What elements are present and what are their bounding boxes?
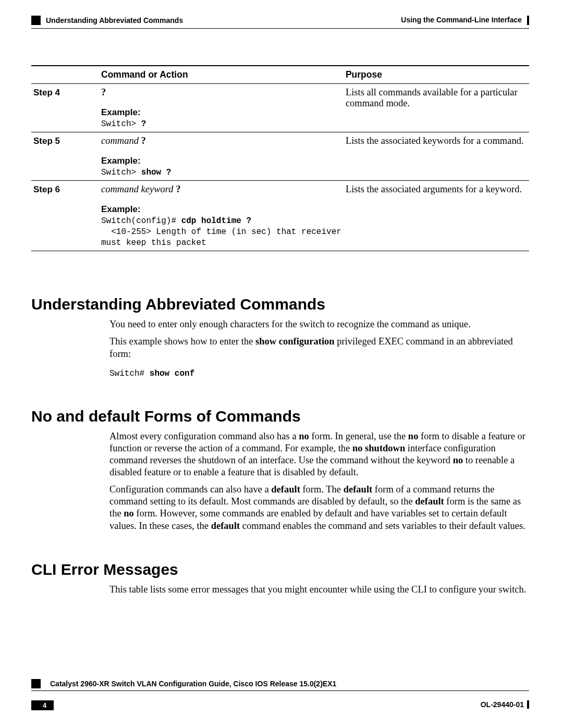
code-bold: ?	[141, 119, 146, 129]
section-heading-cli-errors: CLI Error Messages	[31, 561, 529, 578]
header-breadcrumb: Using the Command-Line Interface	[401, 16, 522, 24]
text-run: form. In general, use the	[309, 431, 408, 441]
paragraph: This table lists some error messages tha…	[109, 584, 529, 596]
text-run: form. The	[300, 484, 344, 495]
divider-bar-icon	[527, 700, 529, 709]
command-bold: ?	[174, 184, 181, 194]
example-code: Switch> show ?	[101, 168, 171, 177]
command-text: ?	[101, 87, 106, 97]
code-prefix: Switch(config)#	[101, 216, 181, 226]
th-purpose: Purpose	[344, 66, 529, 84]
example-label: Example:	[101, 156, 341, 166]
footer-upper: Catalyst 2960-XR Switch VLAN Configurati…	[31, 679, 529, 688]
paragraph: You need to enter only enough characters…	[109, 318, 529, 330]
footer-guide-title: Catalyst 2960-XR Switch VLAN Configurati…	[50, 680, 336, 688]
paragraph: This example shows how to enter the show…	[109, 336, 529, 360]
code-bold: show conf	[150, 369, 194, 378]
text-bold: default	[415, 496, 444, 507]
code-block: Switch# show conf	[109, 368, 529, 379]
footer-divider	[31, 690, 529, 691]
table-row: Step 4 ? Example: Switch> ? Lists all co…	[31, 84, 529, 132]
block-icon	[31, 16, 41, 25]
table-row: Step 6 command keyword ? Example: Switch…	[31, 181, 529, 251]
th-command: Command or Action	[99, 66, 344, 84]
purpose-text: Lists the associated arguments for a key…	[344, 181, 529, 251]
th-step	[31, 66, 99, 84]
text-run: Almost every configuration command also …	[109, 431, 299, 441]
code-suffix: <10-255> Length of time (in sec) that re…	[101, 227, 341, 248]
step-label: Step 4	[33, 88, 60, 97]
step-label: Step 5	[33, 136, 60, 146]
text-bold: no	[124, 508, 134, 519]
example-code: Switch(config)# cdp holdtime ? <10-255> …	[101, 216, 341, 248]
command-text: command keyword ?	[101, 184, 180, 194]
paragraph: Almost every configuration command also …	[109, 430, 529, 479]
purpose-text: Lists the associated keywords for a comm…	[344, 132, 529, 181]
page-number: 4	[31, 700, 54, 710]
text-run: command enables the command and sets var…	[240, 521, 525, 531]
code-prefix: Switch>	[101, 168, 141, 177]
text-bold: default	[344, 484, 373, 495]
code-prefix: Switch#	[109, 369, 150, 378]
text-bold: no	[453, 455, 463, 465]
section-heading-abbrev: Understanding Abbreviated Commands	[31, 295, 529, 313]
section-body-cli-errors: This table lists some error messages tha…	[109, 584, 529, 596]
text-run: This example shows how to enter the	[109, 336, 255, 347]
divider-bar-icon	[527, 16, 529, 25]
purpose-text: Lists all commands available for a parti…	[344, 84, 529, 132]
code-bold: show ?	[141, 168, 172, 177]
text-bold: default	[271, 484, 300, 495]
page-header: Understanding Abbreviated Commands Using…	[31, 16, 529, 29]
section-heading-no-default: No and default Forms of Commands	[31, 408, 529, 425]
code-prefix: Switch>	[101, 119, 141, 129]
code-bold: cdp holdtime ?	[181, 216, 251, 226]
header-section-title: Understanding Abbreviated Commands	[46, 16, 183, 24]
text-bold: default	[211, 521, 240, 531]
header-breadcrumb-wrap: Using the Command-Line Interface	[401, 16, 529, 25]
text-bold: no shutdown	[352, 443, 405, 453]
command-italic: command	[101, 135, 139, 146]
example-label: Example:	[101, 107, 341, 118]
example-code: Switch> ?	[101, 119, 146, 129]
paragraph: Configuration commands can also have a d…	[109, 484, 529, 532]
command-table: Command or Action Purpose Step 4 ? Examp…	[31, 65, 529, 251]
command-bold: ?	[101, 87, 106, 97]
step-label: Step 6	[33, 184, 60, 194]
page-content: Command or Action Purpose Step 4 ? Examp…	[31, 29, 529, 596]
section-body-abbrev: You need to enter only enough characters…	[109, 318, 529, 378]
example-label: Example:	[101, 204, 341, 215]
footer-doc-id: OL-29440-01	[481, 700, 524, 709]
command-italic: command keyword	[101, 184, 174, 194]
table-header-row: Command or Action Purpose	[31, 66, 529, 84]
document-page: Understanding Abbreviated Commands Using…	[0, 0, 563, 728]
text-bold: no	[408, 431, 419, 441]
text-run: Configuration commands can also have a	[109, 484, 271, 495]
command-bold: ?	[139, 135, 146, 146]
text-bold: show configuration	[255, 336, 335, 347]
table-row: Step 5 command ? Example: Switch> show ?…	[31, 132, 529, 181]
text-bold: no	[299, 431, 309, 441]
command-text: command ?	[101, 135, 146, 146]
page-footer: Catalyst 2960-XR Switch VLAN Configurati…	[31, 679, 529, 710]
section-body-no-default: Almost every configuration command also …	[109, 430, 529, 532]
block-icon	[31, 679, 41, 688]
